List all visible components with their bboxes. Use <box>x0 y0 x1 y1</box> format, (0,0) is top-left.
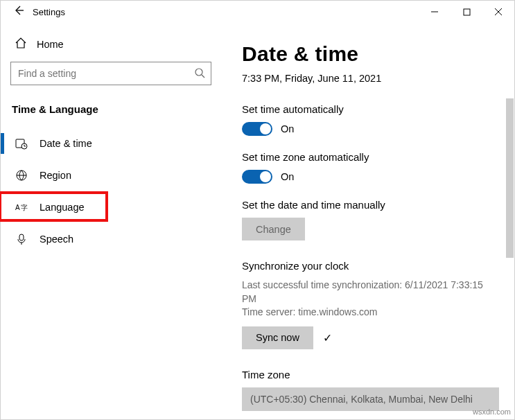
set-tz-auto-label: Set time zone automatically <box>242 151 499 163</box>
search-icon <box>194 67 205 80</box>
vertical-scrollbar[interactable] <box>505 22 514 410</box>
sidebar-item-label: Speech <box>40 234 73 245</box>
sidebar-item-label: Region <box>40 170 71 181</box>
sync-now-button[interactable]: Sync now <box>242 326 313 349</box>
set-tz-auto-row: On <box>242 170 499 184</box>
back-button[interactable] <box>9 5 28 19</box>
arrow-left-icon <box>13 5 24 16</box>
sync-header: Synchronize your clock <box>242 260 499 272</box>
language-icon: A字 <box>15 201 28 213</box>
svg-rect-1 <box>464 9 470 15</box>
svg-text:字: 字 <box>21 204 28 211</box>
window-body: Home Time & Language Date & time <box>1 23 514 419</box>
minimize-button[interactable] <box>419 1 451 23</box>
svg-point-4 <box>195 69 202 76</box>
window-controls <box>419 1 514 23</box>
sidebar-section-header: Time & Language <box>12 103 211 115</box>
sync-row: Sync now ✓ <box>242 326 499 349</box>
current-datetime: 7:33 PM, Friday, June 11, 2021 <box>242 73 499 84</box>
svg-text:A: A <box>15 204 20 211</box>
minimize-icon <box>430 8 439 16</box>
svg-rect-11 <box>19 234 24 240</box>
toggle-on-label: On <box>281 171 294 182</box>
sidebar-item-label: Language <box>40 202 85 213</box>
settings-window: Settings Home <box>0 0 515 420</box>
main-panel: Date & time 7:33 PM, Friday, June 11, 20… <box>221 23 514 419</box>
scrollbar-thumb[interactable] <box>506 98 514 258</box>
sidebar-item-speech[interactable]: Speech <box>1 223 221 255</box>
set-time-auto-toggle[interactable] <box>242 122 272 136</box>
watermark: wsxdn.com <box>473 408 511 416</box>
sidebar-item-language[interactable]: A字 Language <box>1 191 221 223</box>
search-box[interactable] <box>10 62 211 85</box>
sidebar-item-label: Date & time <box>40 138 92 149</box>
time-zone-value: (UTC+05:30) Chennai, Kolkata, Mumbai, Ne… <box>250 394 473 405</box>
sidebar: Home Time & Language Date & time <box>1 23 221 419</box>
calendar-clock-icon <box>15 137 28 150</box>
svg-line-5 <box>202 75 204 78</box>
maximize-icon <box>463 8 471 16</box>
set-manual-label: Set the date and time manually <box>242 199 499 211</box>
globe-icon <box>15 169 28 182</box>
set-time-auto-row: On <box>242 122 499 136</box>
maximize-button[interactable] <box>451 1 482 23</box>
home-label: Home <box>37 39 64 50</box>
time-server-text: Time server: time.windows.com <box>242 306 499 320</box>
last-sync-text: Last successful time synchronization: 6/… <box>242 279 499 306</box>
sidebar-item-date-time[interactable]: Date & time <box>1 128 221 159</box>
page-title: Date & time <box>242 42 499 66</box>
close-button[interactable] <box>482 1 514 23</box>
app-title: Settings <box>33 7 65 17</box>
checkmark-icon: ✓ <box>323 331 332 344</box>
titlebar: Settings <box>1 1 514 23</box>
sidebar-item-region[interactable]: Region <box>1 159 221 191</box>
home-icon <box>15 37 27 52</box>
toggle-on-label: On <box>281 123 294 134</box>
time-zone-select[interactable]: (UTC+05:30) Chennai, Kolkata, Mumbai, Ne… <box>242 387 499 411</box>
change-button[interactable]: Change <box>242 218 305 240</box>
microphone-icon <box>15 233 28 245</box>
sidebar-nav: Date & time Region A字 Language <box>1 128 221 255</box>
home-nav[interactable]: Home <box>10 33 211 62</box>
set-tz-auto-toggle[interactable] <box>242 170 272 184</box>
time-zone-header: Time zone <box>242 369 499 380</box>
set-time-auto-label: Set time automatically <box>242 103 499 115</box>
close-icon <box>494 8 503 16</box>
search-input[interactable] <box>17 67 194 80</box>
